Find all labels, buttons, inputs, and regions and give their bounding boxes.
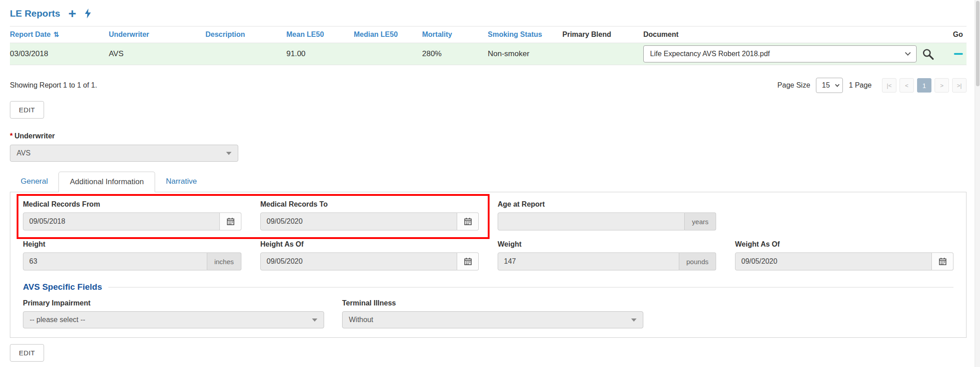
calendar-icon[interactable] (457, 252, 479, 270)
reports-table: Report Date⇅ Underwriter Description Mea… (10, 26, 967, 65)
height-input[interactable] (23, 252, 207, 270)
page-title: LE Reports (10, 8, 60, 19)
caret-down-icon (226, 152, 232, 155)
chevron-down-icon (835, 83, 840, 87)
page-count-label: 1 Page (849, 81, 872, 89)
grid-spacer (735, 200, 953, 230)
section-divider (108, 287, 953, 287)
medical-records-from-input[interactable] (23, 212, 220, 230)
col-smoking-status[interactable]: Smoking Status (488, 27, 562, 43)
height-unit-suffix: inches (207, 252, 241, 270)
cell-mortality: 280% (422, 43, 488, 65)
current-page-button[interactable]: 1 (917, 78, 931, 93)
page-size-select[interactable]: 15 (816, 78, 843, 93)
document-select-value: Life Expectancy AVS Robert 2018.pdf (650, 50, 770, 58)
scrollbar[interactable] (975, 0, 980, 367)
terminal-illness-label: Terminal Illness (342, 299, 643, 307)
primary-impairment-label: Primary Impairment (23, 299, 324, 307)
remove-icon[interactable] (954, 53, 963, 55)
primary-impairment-value: -- please select -- (30, 316, 85, 324)
underwriter-select[interactable]: AVS (10, 145, 238, 162)
col-document: Document (643, 27, 938, 43)
field-medical-records-from: Medical Records From (23, 200, 241, 230)
last-page-button[interactable]: >| (952, 78, 967, 93)
weight-label: Weight (498, 240, 716, 248)
underwriter-select-value: AVS (17, 149, 31, 157)
table-summary: Showing Report 1 to 1 of 1. (10, 81, 97, 89)
col-mortality[interactable]: Mortality (422, 27, 488, 43)
col-description[interactable]: Description (205, 27, 286, 43)
page-content: LE Reports + Report Date⇅ Underwriter De… (0, 0, 980, 362)
calendar-icon[interactable] (220, 212, 241, 230)
next-page-button[interactable]: > (935, 78, 949, 93)
caret-down-icon (631, 318, 637, 322)
prev-page-button[interactable]: < (900, 78, 914, 93)
table-footer: Showing Report 1 to 1 of 1. Page Size 15… (10, 78, 967, 93)
calendar-icon[interactable] (457, 212, 479, 230)
field-height: Height inches (23, 240, 241, 270)
chevron-down-icon (905, 50, 911, 56)
table-row[interactable]: 03/03/2018 AVS 91.00 280% Non-smoker Lif… (10, 43, 967, 65)
underwriter-field: *Underwriter AVS (10, 132, 967, 162)
field-height-as-of: Height As Of (260, 240, 479, 270)
cell-report-date: 03/03/2018 (10, 43, 109, 65)
edit-button-bottom[interactable]: EDIT (10, 344, 44, 362)
terminal-illness-select[interactable]: Without (342, 311, 643, 328)
col-median-le50[interactable]: Median LE50 (354, 27, 422, 43)
medical-records-to-input[interactable] (260, 212, 457, 230)
cell-go (938, 43, 967, 65)
page-buttons: |< < 1 > >| (882, 78, 967, 93)
sort-icon[interactable]: ⇅ (53, 31, 59, 38)
scrollbar-thumb[interactable] (976, 1, 980, 86)
cell-smoking-status: Non-smoker (488, 43, 562, 65)
col-mean-le50[interactable]: Mean LE50 (286, 27, 354, 43)
lightning-icon[interactable] (85, 9, 91, 18)
caret-down-icon (312, 318, 317, 322)
field-weight-as-of: Weight As Of (735, 240, 953, 270)
tab-general[interactable]: General (10, 172, 58, 192)
avs-grid: Primary Impairment -- please select -- T… (23, 299, 953, 328)
height-as-of-label: Height As Of (260, 240, 479, 248)
page-size-value: 15 (822, 81, 830, 89)
cell-description (205, 43, 286, 65)
col-underwriter[interactable]: Underwriter (109, 27, 205, 43)
col-report-date[interactable]: Report Date⇅ (10, 27, 109, 43)
col-primary-blend: Primary Blend (562, 27, 643, 43)
search-icon[interactable] (922, 48, 934, 60)
field-medical-records-to: Medical Records To (260, 200, 479, 230)
field-age-at-report: Age at Report years (498, 200, 716, 230)
weight-input[interactable] (498, 252, 679, 270)
required-mark: * (10, 132, 13, 140)
col-go: Go (938, 27, 967, 43)
avs-specific-fields-section: AVS Specific Fields Primary Impairment -… (23, 282, 953, 328)
edit-button-top[interactable]: EDIT (10, 101, 44, 119)
document-select[interactable]: Life Expectancy AVS Robert 2018.pdf (643, 45, 917, 62)
cell-mean-le50: 91.00 (286, 43, 354, 65)
table-header-row: Report Date⇅ Underwriter Description Mea… (10, 27, 967, 43)
cell-primary-blend (562, 43, 643, 65)
weight-as-of-label: Weight As Of (735, 240, 953, 248)
primary-impairment-select[interactable]: -- please select -- (23, 311, 324, 328)
medical-records-from-label: Medical Records From (23, 200, 241, 208)
age-unit-suffix: years (685, 212, 716, 230)
tab-narrative[interactable]: Narrative (155, 172, 208, 192)
underwriter-label-text: Underwriter (14, 132, 55, 140)
field-weight: Weight pounds (498, 240, 716, 270)
tab-additional-information[interactable]: Additional Information (58, 172, 155, 192)
col-report-date-label: Report Date (10, 31, 51, 38)
calendar-icon[interactable] (932, 252, 953, 270)
cell-document: Life Expectancy AVS Robert 2018.pdf (643, 43, 938, 65)
field-primary-impairment: Primary Impairment -- please select -- (23, 299, 324, 328)
terminal-illness-value: Without (349, 316, 373, 324)
avs-section-title: AVS Specific Fields (23, 282, 102, 292)
first-page-button[interactable]: |< (882, 78, 896, 93)
additional-information-panel: Medical Records From Medical Records To (10, 192, 967, 338)
medical-records-to-label: Medical Records To (260, 200, 479, 208)
height-as-of-input[interactable] (260, 252, 457, 270)
add-report-icon[interactable]: + (68, 9, 76, 18)
cell-median-le50 (354, 43, 422, 65)
cell-underwriter: AVS (109, 43, 205, 65)
age-at-report-input[interactable] (498, 212, 685, 230)
weight-as-of-input[interactable] (735, 252, 932, 270)
title-row: LE Reports + (10, 8, 967, 19)
